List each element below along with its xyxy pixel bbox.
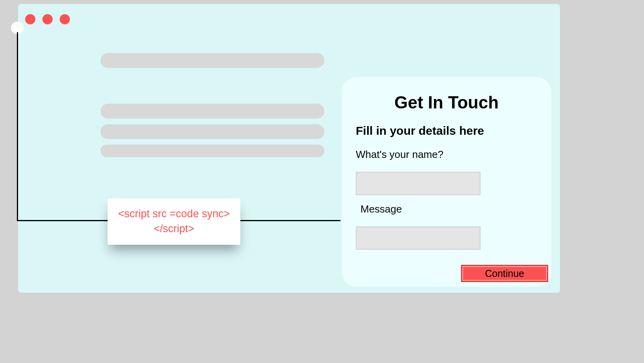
placeholder-line [101, 145, 324, 157]
close-icon[interactable] [25, 14, 35, 24]
browser-window: Get In Touch Fill in your details here W… [18, 4, 560, 293]
minimize-icon[interactable] [42, 14, 53, 24]
connector-line [17, 32, 18, 221]
form-title: Get In Touch [356, 93, 537, 112]
maximize-icon[interactable] [60, 14, 70, 24]
message-label: Message [356, 203, 537, 215]
contact-form: Get In Touch Fill in your details here W… [342, 77, 551, 287]
code-line-1: <script src =code sync> [118, 207, 230, 222]
name-input[interactable] [356, 172, 481, 195]
code-line-2: </script> [154, 222, 194, 236]
placeholder-heading [101, 53, 324, 68]
message-input[interactable] [356, 226, 481, 250]
placeholder-line [101, 124, 324, 139]
name-label: What's your name? [356, 148, 537, 161]
code-snippet-card: <script src =code sync> </script> [108, 198, 240, 245]
placeholder-line [101, 104, 324, 119]
form-subtitle: Fill in your details here [356, 124, 537, 138]
continue-button[interactable]: Continue [461, 265, 548, 282]
window-controls [25, 14, 70, 24]
